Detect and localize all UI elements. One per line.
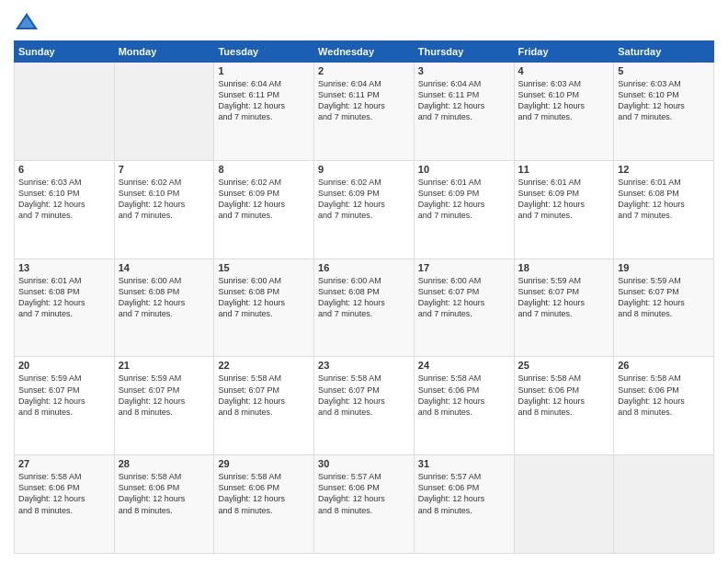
day-number: 18 <box>518 262 610 273</box>
day-info: Sunrise: 5:58 AM Sunset: 6:06 PM Dayligh… <box>119 471 210 516</box>
day-info: Sunrise: 5:59 AM Sunset: 6:07 PM Dayligh… <box>119 373 210 418</box>
calendar-cell: 10Sunrise: 6:01 AM Sunset: 6:09 PM Dayli… <box>414 160 514 259</box>
day-number: 10 <box>418 164 510 175</box>
calendar-cell: 3Sunrise: 6:04 AM Sunset: 6:11 PM Daylig… <box>414 63 514 161</box>
day-number: 31 <box>418 458 510 469</box>
calendar-cell: 14Sunrise: 6:00 AM Sunset: 6:08 PM Dayli… <box>114 259 214 357</box>
day-info: Sunrise: 5:58 AM Sunset: 6:06 PM Dayligh… <box>518 373 610 418</box>
calendar-cell: 8Sunrise: 6:02 AM Sunset: 6:09 PM Daylig… <box>214 160 314 259</box>
day-info: Sunrise: 6:03 AM Sunset: 6:10 PM Dayligh… <box>518 78 610 123</box>
day-info: Sunrise: 5:58 AM Sunset: 6:06 PM Dayligh… <box>618 373 710 418</box>
calendar-cell: 1Sunrise: 6:04 AM Sunset: 6:11 PM Daylig… <box>214 63 314 161</box>
calendar-cell: 16Sunrise: 6:00 AM Sunset: 6:08 PM Dayli… <box>314 259 415 357</box>
day-info: Sunrise: 6:00 AM Sunset: 6:08 PM Dayligh… <box>218 275 310 320</box>
weekday-header-monday: Monday <box>114 41 214 63</box>
weekday-header-tuesday: Tuesday <box>214 41 314 63</box>
day-info: Sunrise: 5:57 AM Sunset: 6:06 PM Dayligh… <box>418 471 510 516</box>
day-info: Sunrise: 5:58 AM Sunset: 6:06 PM Dayligh… <box>18 471 110 516</box>
week-row-3: 13Sunrise: 6:01 AM Sunset: 6:08 PM Dayli… <box>15 259 714 357</box>
day-number: 22 <box>218 360 310 371</box>
calendar-cell: 2Sunrise: 6:04 AM Sunset: 6:11 PM Daylig… <box>314 63 415 161</box>
weekday-header-friday: Friday <box>514 41 614 63</box>
logo-icon <box>14 9 40 35</box>
day-number: 28 <box>119 458 210 469</box>
day-number: 17 <box>418 262 510 273</box>
calendar-cell: 26Sunrise: 5:58 AM Sunset: 6:06 PM Dayli… <box>614 357 714 455</box>
page: SundayMondayTuesdayWednesdayThursdayFrid… <box>0 0 728 563</box>
day-info: Sunrise: 6:03 AM Sunset: 6:10 PM Dayligh… <box>18 177 110 222</box>
calendar-cell: 9Sunrise: 6:02 AM Sunset: 6:09 PM Daylig… <box>314 160 415 259</box>
day-number: 24 <box>418 360 510 371</box>
day-info: Sunrise: 5:59 AM Sunset: 6:07 PM Dayligh… <box>618 275 710 320</box>
calendar-cell: 30Sunrise: 5:57 AM Sunset: 6:06 PM Dayli… <box>314 455 415 554</box>
calendar-cell: 20Sunrise: 5:59 AM Sunset: 6:07 PM Dayli… <box>15 357 115 455</box>
day-info: Sunrise: 6:02 AM Sunset: 6:10 PM Dayligh… <box>119 177 210 222</box>
day-info: Sunrise: 6:02 AM Sunset: 6:09 PM Dayligh… <box>318 177 410 222</box>
calendar-cell: 11Sunrise: 6:01 AM Sunset: 6:09 PM Dayli… <box>514 160 614 259</box>
day-info: Sunrise: 5:59 AM Sunset: 6:07 PM Dayligh… <box>18 373 110 418</box>
calendar-cell: 31Sunrise: 5:57 AM Sunset: 6:06 PM Dayli… <box>414 455 514 554</box>
calendar-cell: 12Sunrise: 6:01 AM Sunset: 6:08 PM Dayli… <box>614 160 714 259</box>
day-number: 1 <box>218 65 310 76</box>
calendar-cell: 19Sunrise: 5:59 AM Sunset: 6:07 PM Dayli… <box>614 259 714 357</box>
day-info: Sunrise: 6:04 AM Sunset: 6:11 PM Dayligh… <box>218 78 310 123</box>
calendar: SundayMondayTuesdayWednesdayThursdayFrid… <box>14 40 714 554</box>
calendar-cell: 7Sunrise: 6:02 AM Sunset: 6:10 PM Daylig… <box>114 160 214 259</box>
header <box>14 9 714 35</box>
calendar-cell: 4Sunrise: 6:03 AM Sunset: 6:10 PM Daylig… <box>514 63 614 161</box>
logo <box>14 9 43 35</box>
calendar-cell: 17Sunrise: 6:00 AM Sunset: 6:07 PM Dayli… <box>414 259 514 357</box>
calendar-cell: 29Sunrise: 5:58 AM Sunset: 6:06 PM Dayli… <box>214 455 314 554</box>
day-info: Sunrise: 5:57 AM Sunset: 6:06 PM Dayligh… <box>318 471 410 516</box>
day-number: 11 <box>518 164 610 175</box>
day-number: 8 <box>218 164 310 175</box>
calendar-cell: 18Sunrise: 5:59 AM Sunset: 6:07 PM Dayli… <box>514 259 614 357</box>
day-number: 3 <box>418 65 510 76</box>
day-number: 14 <box>119 262 210 273</box>
day-info: Sunrise: 6:01 AM Sunset: 6:09 PM Dayligh… <box>518 177 610 222</box>
weekday-header-wednesday: Wednesday <box>314 41 415 63</box>
day-info: Sunrise: 6:01 AM Sunset: 6:08 PM Dayligh… <box>18 275 110 320</box>
week-row-5: 27Sunrise: 5:58 AM Sunset: 6:06 PM Dayli… <box>15 455 714 554</box>
day-info: Sunrise: 5:58 AM Sunset: 6:07 PM Dayligh… <box>218 373 310 418</box>
week-row-4: 20Sunrise: 5:59 AM Sunset: 6:07 PM Dayli… <box>15 357 714 455</box>
day-info: Sunrise: 6:00 AM Sunset: 6:07 PM Dayligh… <box>418 275 510 320</box>
day-info: Sunrise: 6:04 AM Sunset: 6:11 PM Dayligh… <box>418 78 510 123</box>
day-number: 26 <box>618 360 710 371</box>
calendar-cell <box>614 455 714 554</box>
day-number: 15 <box>218 262 310 273</box>
day-number: 16 <box>318 262 410 273</box>
day-number: 4 <box>518 65 610 76</box>
weekday-header-sunday: Sunday <box>15 41 115 63</box>
day-number: 20 <box>18 360 110 371</box>
day-number: 9 <box>318 164 410 175</box>
week-row-1: 1Sunrise: 6:04 AM Sunset: 6:11 PM Daylig… <box>15 63 714 161</box>
day-number: 2 <box>318 65 410 76</box>
day-number: 19 <box>618 262 710 273</box>
calendar-cell: 6Sunrise: 6:03 AM Sunset: 6:10 PM Daylig… <box>15 160 115 259</box>
day-info: Sunrise: 6:04 AM Sunset: 6:11 PM Dayligh… <box>318 78 410 123</box>
calendar-cell: 21Sunrise: 5:59 AM Sunset: 6:07 PM Dayli… <box>114 357 214 455</box>
day-info: Sunrise: 6:01 AM Sunset: 6:08 PM Dayligh… <box>618 177 710 222</box>
day-number: 6 <box>18 164 110 175</box>
day-info: Sunrise: 6:00 AM Sunset: 6:08 PM Dayligh… <box>119 275 210 320</box>
day-info: Sunrise: 6:02 AM Sunset: 6:09 PM Dayligh… <box>218 177 310 222</box>
day-number: 30 <box>318 458 410 469</box>
calendar-cell: 15Sunrise: 6:00 AM Sunset: 6:08 PM Dayli… <box>214 259 314 357</box>
calendar-cell: 13Sunrise: 6:01 AM Sunset: 6:08 PM Dayli… <box>15 259 115 357</box>
calendar-cell: 5Sunrise: 6:03 AM Sunset: 6:10 PM Daylig… <box>614 63 714 161</box>
weekday-header-thursday: Thursday <box>414 41 514 63</box>
day-info: Sunrise: 6:01 AM Sunset: 6:09 PM Dayligh… <box>418 177 510 222</box>
calendar-cell: 28Sunrise: 5:58 AM Sunset: 6:06 PM Dayli… <box>114 455 214 554</box>
calendar-cell: 27Sunrise: 5:58 AM Sunset: 6:06 PM Dayli… <box>15 455 115 554</box>
day-number: 13 <box>18 262 110 273</box>
day-number: 29 <box>218 458 310 469</box>
day-number: 12 <box>618 164 710 175</box>
day-info: Sunrise: 5:58 AM Sunset: 6:06 PM Dayligh… <box>418 373 510 418</box>
weekday-header-row: SundayMondayTuesdayWednesdayThursdayFrid… <box>15 41 714 63</box>
day-info: Sunrise: 6:03 AM Sunset: 6:10 PM Dayligh… <box>618 78 710 123</box>
calendar-cell <box>514 455 614 554</box>
calendar-cell: 23Sunrise: 5:58 AM Sunset: 6:07 PM Dayli… <box>314 357 415 455</box>
week-row-2: 6Sunrise: 6:03 AM Sunset: 6:10 PM Daylig… <box>15 160 714 259</box>
day-number: 27 <box>18 458 110 469</box>
